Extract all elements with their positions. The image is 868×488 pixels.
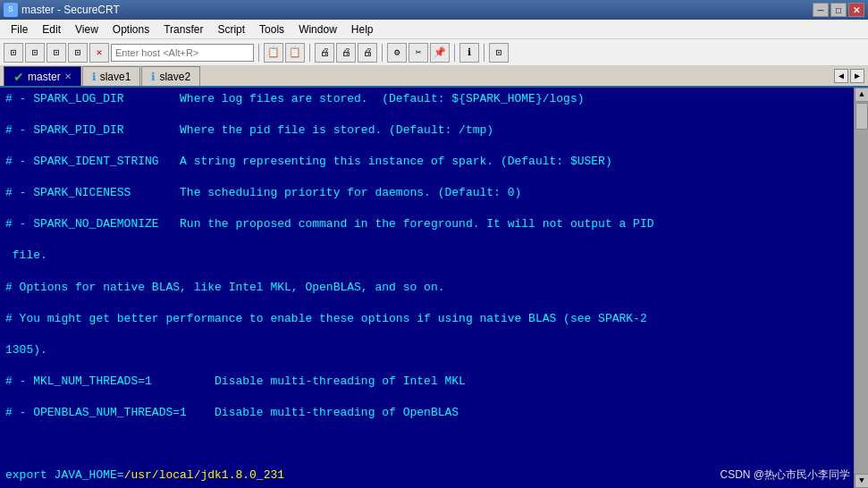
- toolbar-btn-1[interactable]: ⊡: [4, 43, 23, 63]
- toolbar-separator-1: [258, 44, 259, 62]
- scrollbar[interactable]: ▲ ▼: [854, 88, 868, 488]
- menu-options[interactable]: Options: [105, 21, 156, 38]
- toolbar-btn-6[interactable]: 📋: [264, 43, 283, 63]
- watermark: CSDN @热心市民小李同学: [720, 467, 850, 483]
- terminal-line-8: # You might get better performance to en…: [5, 311, 848, 327]
- window-title: master - SecureCRT: [21, 4, 120, 16]
- tab-master-label: master: [28, 71, 61, 83]
- terminal-line-5: # - SPARK_NO_DAEMONIZE Run the proposed …: [5, 216, 848, 232]
- scroll-track[interactable]: [855, 102, 868, 474]
- maximize-button[interactable]: □: [830, 3, 847, 17]
- toolbar-btn-3[interactable]: ⊡: [46, 43, 66, 63]
- toolbar-separator-4: [454, 44, 455, 62]
- close-button[interactable]: ✕: [848, 3, 864, 17]
- menu-window[interactable]: Window: [291, 21, 344, 38]
- tab-prev-button[interactable]: ◀: [834, 69, 848, 83]
- terminal-line-9: 1305).: [5, 342, 848, 358]
- minimize-button[interactable]: ─: [813, 3, 829, 17]
- toolbar-btn-8[interactable]: 🖨: [315, 43, 334, 63]
- toolbar: ⊡ ⊡ ⊡ ⊡ ✕ 📋 📋 🖨 🖨 🖨 ⚙ ✂ 📌 ℹ ⊡: [0, 39, 868, 66]
- terminal-line-2: # - SPARK_PID_DIR Where the pid file is …: [5, 122, 848, 139]
- tab-slave1-dot-icon: ℹ: [92, 71, 97, 83]
- menu-bar: File Edit View Options Transfer Script T…: [0, 20, 868, 39]
- toolbar-btn-9[interactable]: 🖨: [336, 43, 356, 63]
- toolbar-btn-5[interactable]: ✕: [89, 43, 109, 63]
- title-bar-left: S master - SecureCRT: [4, 3, 120, 17]
- host-input[interactable]: [111, 44, 254, 62]
- terminal-line-1: # - SPARK_LOG_DIR Where log files are st…: [5, 91, 848, 107]
- toolbar-btn-14[interactable]: ℹ: [459, 43, 479, 63]
- toolbar-separator-2: [309, 44, 310, 62]
- tab-slave2-dot-icon: ℹ: [151, 71, 156, 83]
- menu-edit[interactable]: Edit: [35, 21, 68, 38]
- title-bar: S master - SecureCRT ─ □ ✕: [0, 0, 868, 20]
- app-icon: S: [4, 3, 18, 17]
- toolbar-btn-11[interactable]: ⚙: [387, 43, 407, 63]
- terminal-line-12: [5, 436, 848, 452]
- toolbar-btn-2[interactable]: ⊡: [25, 43, 45, 63]
- tab-slave1[interactable]: ℹ slave1: [82, 66, 141, 86]
- terminal-line-4: # - SPARK_NICENESS The scheduling priori…: [5, 185, 848, 201]
- tab-slave2-label: slave2: [159, 71, 190, 83]
- toolbar-separator-3: [382, 44, 383, 62]
- toolbar-btn-12[interactable]: ✂: [409, 43, 428, 63]
- tab-master-close[interactable]: ✕: [64, 72, 72, 81]
- menu-transfer[interactable]: Transfer: [156, 21, 210, 38]
- terminal-line-10: # - MKL_NUM_THREADS=1 Disable multi-thre…: [5, 374, 848, 390]
- terminal-line-6: file.: [5, 248, 848, 264]
- menu-file[interactable]: File: [4, 21, 35, 38]
- toolbar-btn-7[interactable]: 📋: [285, 43, 305, 63]
- tab-bar: ✔ master ✕ ℹ slave1 ℹ slave2 ◀ ▶: [0, 66, 868, 88]
- menu-help[interactable]: Help: [344, 21, 381, 38]
- menu-tools[interactable]: Tools: [252, 21, 291, 38]
- toolbar-btn-4[interactable]: ⊡: [68, 43, 88, 63]
- terminal-container: # - SPARK_LOG_DIR Where log files are st…: [0, 88, 868, 488]
- menu-script[interactable]: Script: [210, 21, 252, 38]
- tab-navigation: ◀ ▶: [834, 69, 864, 83]
- toolbar-btn-15[interactable]: ⊡: [489, 43, 509, 63]
- toolbar-btn-10[interactable]: 🖨: [358, 43, 377, 63]
- scroll-thumb[interactable]: [855, 103, 868, 130]
- tab-master-check-icon: ✔: [13, 70, 24, 84]
- tab-slave1-label: slave1: [100, 71, 131, 83]
- window-controls: ─ □ ✕: [813, 3, 864, 17]
- toolbar-separator-5: [484, 44, 485, 62]
- tab-master[interactable]: ✔ master ✕: [4, 66, 81, 86]
- terminal-line-11: # - OPENBLAS_NUM_THREADS=1 Disable multi…: [5, 405, 848, 421]
- scroll-up-button[interactable]: ▲: [855, 88, 868, 102]
- scroll-down-button[interactable]: ▼: [855, 474, 868, 488]
- menu-view[interactable]: View: [68, 21, 105, 38]
- toolbar-btn-13[interactable]: 📌: [430, 43, 450, 63]
- tab-slave2[interactable]: ℹ slave2: [141, 66, 200, 86]
- terminal-line-3: # - SPARK_IDENT_STRING A string represen…: [5, 154, 848, 170]
- tab-next-button[interactable]: ▶: [850, 69, 864, 83]
- terminal-line-7: # Options for native BLAS, like Intel MK…: [5, 280, 848, 296]
- terminal[interactable]: # - SPARK_LOG_DIR Where log files are st…: [0, 88, 854, 488]
